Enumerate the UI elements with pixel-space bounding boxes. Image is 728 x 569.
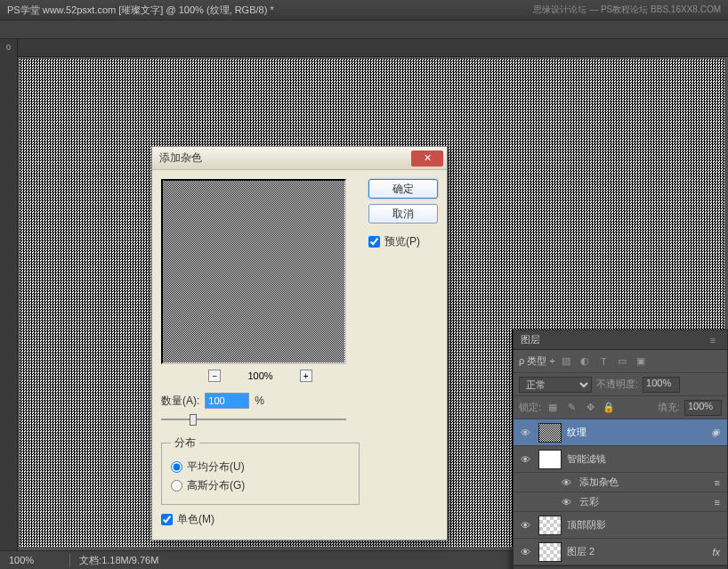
filter-adjust-icon[interactable]: ◐ [578, 354, 592, 369]
preview-checkbox[interactable]: 预览(P) [368, 234, 438, 249]
layer-row[interactable]: 👁 纹理 ◉ [514, 419, 727, 446]
opacity-label: 不透明度: [596, 378, 638, 391]
visibility-icon[interactable]: 👁 [558, 497, 574, 508]
opacity-value[interactable]: 100% [643, 377, 680, 393]
uniform-radio[interactable]: 平均分布(U) [171, 459, 350, 475]
layer-row[interactable]: 👁 图层 2 fx [514, 539, 727, 565]
lock-all-icon[interactable]: 🔒 [602, 401, 616, 415]
workspace: 0 添加杂色 ✕ − 100% + 数量(A): % [0, 39, 728, 550]
zoom-level: 100% [247, 370, 272, 381]
edit-filter-icon[interactable]: ≡ [715, 477, 724, 488]
fill-value[interactable]: 100% [684, 400, 722, 416]
lock-move-icon[interactable]: ✥ [583, 401, 597, 415]
layers-panel: 图层 ≡ ρ 类型 ÷ ▧ ◐ T ▭ ▣ 正常 不透明度: 100% 锁定: … [513, 329, 728, 569]
distribution-group: 分布 平均分布(U) 高斯分布(G) [161, 435, 360, 505]
document-title: PS学堂 www.52psxt.com [璀璨文字] @ 100% (纹理, R… [7, 4, 274, 17]
visibility-icon[interactable]: 👁 [517, 427, 533, 438]
layer-row[interactable]: 👁 顶部阴影 [514, 512, 727, 539]
amount-slider[interactable] [161, 412, 346, 427]
filter-smart-icon[interactable]: ▣ [634, 354, 648, 369]
visibility-icon[interactable]: 👁 [558, 477, 574, 488]
watermark-text: 思缘设计论坛 — PS教程论坛 BBS.16XX8.COM [533, 4, 721, 16]
filter-row[interactable]: 👁 添加杂色 ≡ [514, 473, 727, 492]
amount-label: 数量(A): [161, 394, 199, 409]
layer-thumbnail[interactable] [538, 542, 562, 562]
add-noise-dialog: 添加杂色 ✕ − 100% + 数量(A): % [151, 146, 448, 541]
fx-icon[interactable]: fx [712, 547, 724, 557]
layers-footer: ⚭ fx ◻ ◐ 🗀 ▣ 🗑 [514, 565, 727, 569]
smart-object-icon: ◉ [711, 427, 724, 438]
layers-tab[interactable]: 图层 ≡ [514, 330, 727, 350]
doc-size-status[interactable]: 文档:1.18M/9.76M [69, 554, 158, 567]
layer-thumbnail[interactable] [538, 516, 562, 535]
filter-type-icon[interactable]: T [596, 354, 611, 369]
visibility-icon[interactable]: 👁 [517, 454, 533, 465]
visibility-icon[interactable]: 👁 [517, 547, 533, 557]
edit-filter-icon[interactable]: ≡ [715, 497, 724, 508]
preview-thumbnail[interactable] [161, 179, 346, 364]
amount-unit: % [255, 394, 264, 407]
close-button[interactable]: ✕ [411, 150, 443, 167]
dialog-titlebar[interactable]: 添加杂色 ✕ [152, 147, 447, 170]
monochrome-checkbox[interactable]: 单色(M) [161, 512, 360, 527]
blend-mode-select[interactable]: 正常 [519, 377, 592, 393]
zoom-status[interactable]: 100% [9, 555, 34, 565]
lock-paint-icon[interactable]: ✎ [564, 401, 578, 415]
ruler-horizontal [18, 39, 728, 57]
zoom-out-button[interactable]: − [208, 370, 221, 382]
cancel-button[interactable]: 取消 [368, 204, 438, 224]
filter-shape-icon[interactable]: ▭ [615, 354, 629, 369]
fill-label: 填充: [658, 401, 680, 414]
options-bar [0, 20, 728, 39]
distribution-legend: 分布 [171, 435, 199, 451]
panel-menu-icon[interactable]: ≡ [706, 333, 720, 347]
layer-list: 👁 纹理 ◉ 👁 智能滤镜 👁 添加杂色 ≡ 👁 云彩 ≡ 👁 [514, 419, 727, 565]
title-bar: PS学堂 www.52psxt.com [璀璨文字] @ 100% (纹理, R… [0, 0, 728, 20]
gaussian-radio[interactable]: 高斯分布(G) [171, 478, 350, 493]
layer-thumbnail[interactable] [538, 450, 562, 469]
filter-kind[interactable]: ρ 类型 ÷ [519, 354, 554, 368]
dialog-title: 添加杂色 [159, 150, 411, 166]
ruler-vertical: 0 [0, 39, 18, 550]
layer-thumbnail[interactable] [538, 423, 562, 443]
visibility-icon[interactable]: 👁 [517, 520, 533, 531]
layer-row[interactable]: 👁 智能滤镜 [514, 446, 727, 473]
filter-pixel-icon[interactable]: ▧ [559, 354, 573, 369]
lock-trans-icon[interactable]: ▦ [546, 401, 560, 415]
filter-row[interactable]: 👁 云彩 ≡ [514, 492, 727, 512]
ok-button[interactable]: 确定 [368, 179, 438, 199]
lock-label: 锁定: [519, 401, 541, 414]
amount-input[interactable] [205, 393, 249, 409]
zoom-in-button[interactable]: + [300, 370, 312, 382]
